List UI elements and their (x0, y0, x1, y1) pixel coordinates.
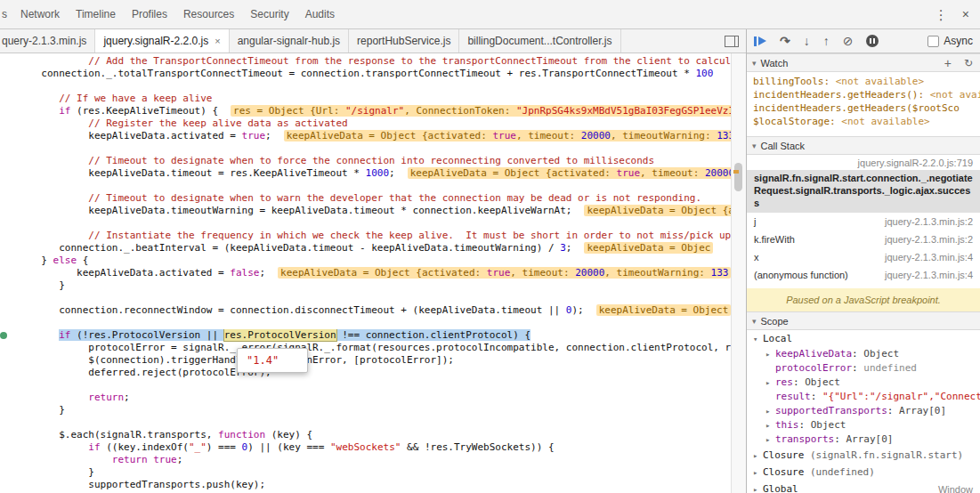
watch-expression[interactable]: incidentHeaders.getHeaders($rootSco (747, 101, 980, 115)
watch-expression[interactable]: billingTools: <not available> (747, 75, 980, 88)
toggle-drawer-icon[interactable] (725, 36, 739, 47)
panel-tab-timeline[interactable]: Timeline (68, 0, 124, 28)
expand-icon[interactable]: ▸ (765, 419, 775, 432)
file-tab[interactable]: angular-signalr-hub.js (230, 29, 349, 53)
file-tab[interactable]: jquery.signalR-2.2.0.js× (95, 29, 229, 53)
code-line[interactable]: return true; (0, 454, 731, 466)
code-line[interactable]: supportedTransports.push(key); (0, 479, 731, 491)
panel-tab-s[interactable]: s (0, 0, 12, 28)
call-stack-frame[interactable]: (anonymous function)jquery-2.1.3.min.js:… (747, 266, 980, 284)
code-line[interactable] (0, 317, 731, 329)
expand-icon[interactable]: ▸ (765, 376, 775, 389)
scope-property[interactable]: protocolError: undefined (747, 361, 980, 376)
code-line[interactable]: // Timeout to designate when to warn the… (0, 192, 731, 205)
code-line[interactable] (0, 180, 731, 192)
expand-icon[interactable]: ▸ (765, 348, 775, 360)
code-line[interactable]: // Timeout to designate when to force th… (0, 155, 731, 167)
file-tab[interactable]: billingDocument...tController.js (459, 29, 620, 53)
async-checkbox[interactable] (927, 36, 939, 47)
file-tab[interactable]: query-2.1.3.min.js (0, 29, 95, 53)
code-line[interactable]: // If we have a keep alive (0, 93, 731, 105)
scrollbar-thumb[interactable] (734, 163, 742, 191)
scope-section-global[interactable]: ▸GlobalWindow (747, 481, 980, 493)
expand-icon[interactable]: ▸ (753, 468, 763, 477)
code-line[interactable]: // Add the TransportConnectTimeout from … (0, 55, 731, 68)
panel-tab-network[interactable]: Network (12, 0, 68, 28)
code-line[interactable] (0, 379, 731, 392)
call-stack-section-header[interactable]: ▾ Call Stack (747, 136, 980, 155)
close-devtools-icon[interactable]: × (962, 8, 969, 20)
panel-tab-security[interactable]: Security (242, 0, 296, 28)
hovered-expression[interactable]: res.ProtocolVersion (224, 329, 336, 341)
expand-icon[interactable]: ▸ (765, 405, 775, 417)
pause-on-exceptions-button[interactable] (866, 35, 879, 47)
scope-section-header[interactable]: ▾ Scope (747, 311, 980, 330)
code-line[interactable]: keepAliveData.timeout = res.KeepAliveTim… (0, 167, 731, 180)
watch-expression[interactable]: $localStorage: <not available> (747, 115, 980, 128)
collapse-icon: ▾ (752, 317, 757, 326)
expand-icon[interactable]: ▸ (765, 433, 775, 446)
watch-expression[interactable]: incidentHeaders.getHeaders(): <not avail… (747, 88, 980, 101)
deactivate-breakpoints-button[interactable]: ⊘ (843, 35, 854, 47)
code-line[interactable]: } (0, 404, 731, 416)
collapse-icon[interactable]: ▾ (753, 335, 763, 343)
expand-icon[interactable]: ▸ (753, 451, 763, 460)
code-line[interactable]: if (!res.ProtocolVersion || res.Protocol… (0, 329, 731, 342)
panel-tab-resources[interactable]: Resources (175, 0, 242, 28)
code-line[interactable]: keepAliveData.timeoutWarning = keepAlive… (0, 205, 731, 217)
step-over-button[interactable]: ↷ (780, 35, 790, 47)
call-stack-frame[interactable]: jjquery-2.1.3.min.js:2 (747, 213, 980, 230)
code-line[interactable]: } else { (0, 255, 731, 267)
call-stack-list: jquery.signalR-2.2.0.js:719signalR.fn.si… (747, 155, 980, 288)
call-stack-frame[interactable]: xjquery-2.1.3.min.js:4 (747, 248, 980, 266)
overflow-menu-icon[interactable]: ⋮ (935, 8, 948, 21)
code-line[interactable]: } (0, 279, 731, 292)
watch-section-header[interactable]: ▾ Watch + ↻ (747, 53, 980, 72)
panel-tab-profiles[interactable]: Profiles (124, 0, 175, 28)
code-line[interactable]: connection._.beatInterval = (keepAliveDa… (0, 242, 731, 255)
call-stack-frame[interactable]: k.fireWithjquery-2.1.3.min.js:2 (747, 230, 980, 248)
code-line[interactable] (0, 416, 731, 429)
scope-property[interactable]: ▸this: Object (747, 418, 980, 432)
code-line[interactable]: protocolError = signalR._.error(signalR.… (0, 342, 731, 354)
code-line[interactable]: // Instantiate the frequency in which we… (0, 230, 731, 242)
code-line[interactable]: $(connection).triggerHandler(events.onEr… (0, 354, 731, 367)
refresh-watch-icon[interactable]: ↻ (964, 58, 973, 69)
file-tab[interactable]: reportHubService.js (349, 29, 459, 53)
code-line[interactable]: deferred.reject(protocolError); (0, 367, 731, 379)
code-line[interactable]: keepAliveData.activated = false;keepAliv… (0, 267, 731, 279)
code-line[interactable] (0, 292, 731, 304)
call-stack-frame-selected[interactable]: jquery.signalR-2.2.0.js:719signalR.fn.si… (747, 155, 980, 213)
step-into-button[interactable]: ↓ (804, 35, 810, 47)
code-line[interactable] (0, 217, 731, 230)
expand-icon[interactable]: ▸ (753, 485, 763, 493)
panel-tab-audits[interactable]: Audits (297, 0, 343, 28)
scope-property[interactable]: ▸res: Object (747, 376, 980, 390)
code-line[interactable] (0, 80, 731, 93)
scope-section-closure[interactable]: ▸Closure (undefined) (747, 464, 980, 481)
scope-section-local[interactable]: ▾Local (747, 330, 980, 347)
code-line[interactable]: $.each(signalR.transports, function (key… (0, 429, 731, 441)
code-line[interactable]: keepAliveData.activated = true;keepAlive… (0, 130, 731, 142)
add-watch-icon[interactable]: + (944, 57, 952, 69)
scope-section-closure[interactable]: ▸Closure (signalR.fn.signalR.start) (747, 447, 980, 464)
code-line[interactable]: connection.reconnectWindow = connection.… (0, 304, 731, 317)
editor-scrollbar[interactable] (731, 53, 746, 493)
scope-property[interactable]: ▸transports: Array[0] (747, 432, 980, 447)
scope-property[interactable]: ▸keepAliveData: Object (747, 347, 980, 361)
frame-function-name: signalR.fn.signalR.start.connection._.ne… (747, 170, 980, 213)
resume-button[interactable] (754, 36, 766, 46)
code-editor[interactable]: // Add the TransportConnectTimeout from … (0, 53, 731, 493)
code-line[interactable]: // Register the keep alive data as activ… (0, 117, 731, 130)
scope-property[interactable]: ▸supportedTransports: Array[0] (747, 404, 980, 418)
code-line[interactable] (0, 142, 731, 155)
close-tab-icon[interactable]: × (215, 36, 220, 46)
code-line[interactable]: if (res.KeepAliveTimeout) {res = Object … (0, 105, 731, 117)
scope-property[interactable]: result: "{"Url":"/signalr","Connect (747, 390, 980, 404)
async-label: Async (944, 35, 973, 47)
code-line[interactable]: connection._.totalTransportConnectTimeou… (0, 68, 731, 80)
code-line[interactable]: } (0, 466, 731, 479)
code-line[interactable]: if ((key.indexOf("_") === 0) || (key ===… (0, 441, 731, 454)
step-out-button[interactable]: ↑ (823, 35, 830, 47)
code-line[interactable]: return; (0, 392, 731, 404)
